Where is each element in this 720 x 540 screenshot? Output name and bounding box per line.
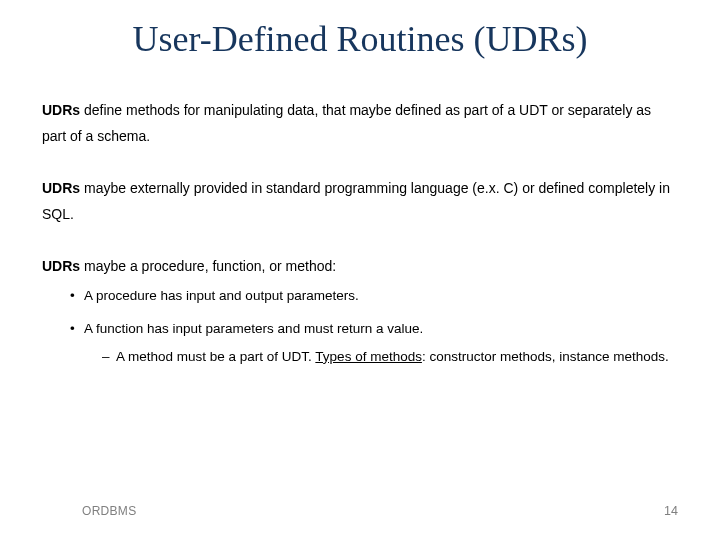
page-number: 14 — [664, 504, 678, 518]
p3-strong: UDRs — [42, 258, 80, 274]
slide: User-Defined Routines (UDRs) UDRs define… — [0, 0, 720, 540]
p1-text: define methods for manipulating data, th… — [42, 102, 651, 144]
p3-text: maybe a procedure, function, or method: — [80, 258, 336, 274]
sub-underlined: Types of methods — [315, 349, 422, 364]
slide-title: User-Defined Routines (UDRs) — [0, 0, 720, 70]
list-item: A function has input parameters and must… — [70, 318, 678, 369]
bullet-2-text: A function has input parameters and must… — [84, 321, 423, 336]
sub-bullet-list: A method must be a part of UDT. Types of… — [84, 346, 678, 368]
p2-text: maybe externally provided in standard pr… — [42, 180, 670, 222]
bullet-list: A procedure has input and output paramet… — [42, 285, 678, 368]
sub-post: : constructor methods, instance methods. — [422, 349, 669, 364]
list-item: A procedure has input and output paramet… — [70, 285, 678, 307]
footer-label: ORDBMS — [82, 504, 136, 518]
p2-strong: UDRs — [42, 180, 80, 196]
paragraph-3: UDRs maybe a procedure, function, or met… — [42, 254, 678, 369]
p1-strong: UDRs — [42, 102, 80, 118]
list-item: A method must be a part of UDT. Types of… — [102, 346, 678, 368]
slide-content: UDRs define methods for manipulating dat… — [0, 70, 720, 368]
bullet-1-text: A procedure has input and output paramet… — [84, 288, 359, 303]
sub-pre: A method must be a part of UDT. — [116, 349, 315, 364]
paragraph-1: UDRs define methods for manipulating dat… — [42, 98, 678, 150]
paragraph-2: UDRs maybe externally provided in standa… — [42, 176, 678, 228]
